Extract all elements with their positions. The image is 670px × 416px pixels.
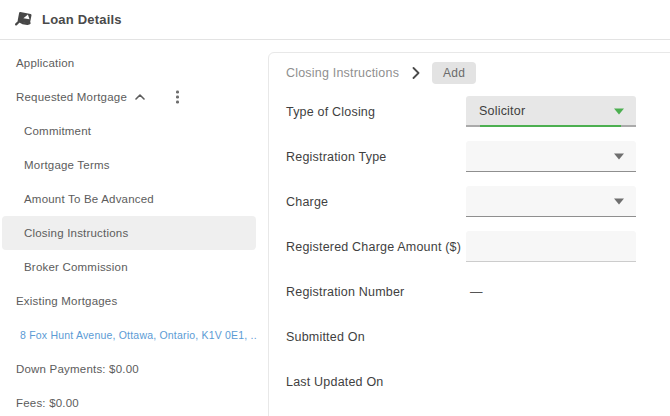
loan-details-page: Loan Details Application Requested Mortg… <box>0 0 670 416</box>
registration-number-value: — <box>466 276 636 307</box>
closing-instructions-form: Type of Closing Solicitor Registration T… <box>286 89 670 404</box>
sidebar-item-application[interactable]: Application <box>0 46 258 80</box>
sidebar-item-label: Down Payments: $0.00 <box>16 363 139 375</box>
sidebar-item-existing-mortgage-address[interactable]: 8 Fox Hunt Avenue, Ottawa, Ontario, K1V … <box>0 318 258 352</box>
field-label: Registration Type <box>286 150 466 164</box>
sidebar-item-label: Requested Mortgage <box>16 91 127 103</box>
registered-charge-amount-input[interactable] <box>466 231 636 262</box>
field-label: Charge <box>286 195 466 209</box>
sidebar-item-label: Mortgage Terms <box>24 159 110 171</box>
sidebar-item-label: Application <box>16 57 74 69</box>
page-title: Loan Details <box>42 12 122 27</box>
chevron-up-icon <box>135 94 145 100</box>
sidebar-item-commitment[interactable]: Commitment <box>0 114 258 148</box>
chevron-right-icon <box>412 67 420 79</box>
registration-type-select[interactable] <box>466 141 636 172</box>
field-label: Last Updated On <box>286 375 466 389</box>
sidebar-item-existing-mortgages[interactable]: Existing Mortgages <box>0 284 258 318</box>
field-label: Submitted On <box>286 330 466 344</box>
readonly-value: — <box>466 285 483 299</box>
add-button[interactable]: Add <box>432 62 476 84</box>
caret-down-icon <box>614 154 624 160</box>
field-label: Type of Closing <box>286 105 466 119</box>
form-row-charge: Charge <box>286 179 670 224</box>
form-row-last-updated-on: Last Updated On <box>286 359 670 404</box>
sidebar-item-label: Closing Instructions <box>24 227 128 239</box>
submitted-on-value <box>466 321 636 352</box>
field-label: Registered Charge Amount ($) <box>286 240 466 254</box>
last-updated-on-value <box>466 366 636 397</box>
sidebar-item-broker-commission[interactable]: Broker Commission <box>0 250 258 284</box>
sidebar-item-mortgage-terms[interactable]: Mortgage Terms <box>0 148 258 182</box>
kebab-menu-icon[interactable] <box>172 87 183 108</box>
closing-instructions-panel: Closing Instructions Add Type of Closing… <box>268 52 670 416</box>
select-value: Solicitor <box>466 104 525 118</box>
focus-underline <box>480 125 621 127</box>
caret-down-icon <box>614 199 624 205</box>
form-row-type-of-closing: Type of Closing Solicitor <box>286 89 670 134</box>
form-row-submitted-on: Submitted On <box>286 314 670 359</box>
breadcrumb-section: Closing Instructions <box>286 66 399 80</box>
sidebar-item-label: Commitment <box>24 125 91 137</box>
sidebar-item-label: Broker Commission <box>24 261 128 273</box>
sidebar: Application Requested Mortgage Commitmen… <box>0 46 258 416</box>
caret-down-icon <box>614 108 624 114</box>
address-link[interactable]: 8 Fox Hunt Avenue, Ottawa, Ontario, K1V … <box>20 329 257 341</box>
sidebar-item-fees[interactable]: Fees: $0.00 <box>0 386 258 416</box>
sidebar-item-down-payments[interactable]: Down Payments: $0.00 <box>0 352 258 386</box>
sidebar-item-amount-to-be-advanced[interactable]: Amount To Be Advanced <box>0 182 258 216</box>
sidebar-item-label: Amount To Be Advanced <box>24 193 154 205</box>
breadcrumb: Closing Instructions Add <box>286 61 670 85</box>
sidebar-item-label: Fees: $0.00 <box>16 397 79 409</box>
app-bar: Loan Details <box>0 0 670 40</box>
loan-details-icon <box>14 11 34 29</box>
form-row-registration-type: Registration Type <box>286 134 670 179</box>
charge-select[interactable] <box>466 186 636 217</box>
form-row-registration-number: Registration Number — <box>286 269 670 314</box>
sidebar-item-closing-instructions[interactable]: Closing Instructions <box>2 216 256 250</box>
form-row-registered-charge-amount: Registered Charge Amount ($) <box>286 224 670 269</box>
sidebar-item-label: Existing Mortgages <box>16 295 117 307</box>
sidebar-item-requested-mortgage[interactable]: Requested Mortgage <box>0 80 258 114</box>
field-label: Registration Number <box>286 285 466 299</box>
type-of-closing-select[interactable]: Solicitor <box>466 96 636 127</box>
